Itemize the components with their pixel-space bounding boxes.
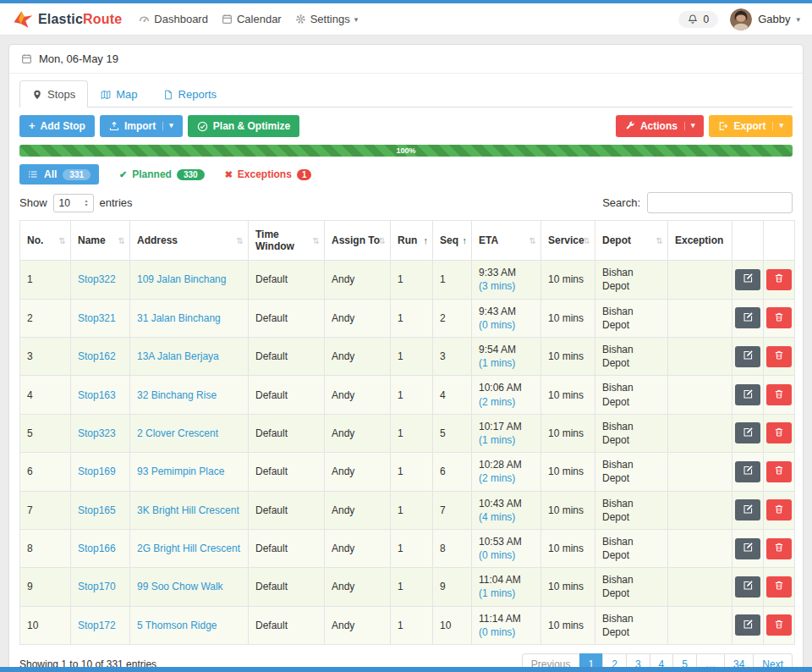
page-size-control: Show 10 ▴▾ entries [19,194,133,212]
pin-icon [32,90,42,100]
sort-both-icon: ⇅ [313,236,320,245]
edit-stop-button[interactable] [735,614,760,636]
stop-name-link[interactable]: Stop323 [78,427,116,439]
cell-name: Stop321 [71,299,130,337]
user-menu[interactable]: Gabby ▾ [730,8,800,30]
delete-stop-button[interactable] [766,346,792,367]
delete-stop-button[interactable] [766,538,792,559]
sort-both-icon: ⇅ [529,236,536,245]
stop-name-link[interactable]: Stop166 [78,543,116,554]
stop-name-link[interactable]: Stop163 [78,389,116,401]
stop-address-link[interactable]: 3K Bright Hill Crescent [137,504,239,516]
col-header-address[interactable]: Address⇅ [130,221,249,261]
filter-planned-button[interactable]: ✔ Planned 330 [119,168,205,180]
stop-name-link[interactable]: Stop165 [78,504,116,516]
edit-stop-button[interactable] [735,538,760,559]
cell-depot: Bishan Depot [595,568,668,606]
cell-exception [668,453,732,491]
page-size-select[interactable]: 10 ▴▾ [53,194,94,212]
actions-button[interactable]: Actions ▾ [616,115,705,137]
stop-name-link[interactable]: Stop162 [78,350,116,362]
delete-stop-button[interactable] [766,422,792,443]
delete-stop-button[interactable] [766,499,792,521]
nav-calendar[interactable]: Calendar [222,13,282,25]
stop-address-link[interactable]: 5 Thomson Ridge [137,620,217,631]
cell-depot: Bishan Depot [595,338,668,376]
col-header-no[interactable]: No.⇅ [20,221,71,261]
cell-address: 13A Jalan Berjaya [130,338,249,376]
add-stop-button[interactable]: + Add Stop [19,115,95,137]
cell-exception [668,261,732,299]
stepper-arrows-icon: ▴▾ [85,199,88,207]
stop-name-link[interactable]: Stop172 [78,620,116,631]
edit-stop-button[interactable] [735,499,760,521]
export-button[interactable]: Export ▾ [709,115,793,137]
edit-stop-button[interactable] [735,307,760,328]
col-header-seq[interactable]: Seq↑ [433,221,472,261]
cell-address: 3K Bright Hill Crescent [130,491,249,529]
col-header-assign-to[interactable]: Assign To⇅ [325,221,391,261]
delete-stop-button[interactable] [766,614,792,636]
delete-stop-button[interactable] [766,384,792,405]
sort-both-icon: ⇅ [584,236,590,245]
edit-stop-button[interactable] [735,461,760,482]
tab-stops[interactable]: Stops [19,80,88,107]
sort-both-icon: ⇅ [237,236,244,245]
edit-stop-button[interactable] [735,422,760,443]
stop-name-link[interactable]: Stop169 [78,465,116,477]
col-header-run[interactable]: Run↑ [391,221,433,261]
import-button[interactable]: Import ▾ [100,115,183,137]
page-body: Mon, 06-May 19 StopsMapReports + Add Sto… [0,36,812,672]
delete-stop-button[interactable] [766,461,792,482]
col-header-service[interactable]: Service⇅ [541,221,595,261]
tab-map[interactable]: Map [88,80,150,107]
col-header-label: Exception [675,234,723,246]
stop-address-link[interactable]: 2G Bright Hill Crescent [137,543,240,554]
nav-dashboard[interactable]: Dashboard [139,13,208,25]
cell-depot: Bishan Depot [595,453,668,491]
delete-stop-button[interactable] [766,269,792,290]
delete-stop-button[interactable] [766,576,792,598]
eta-delta: (3 mins) [479,280,515,292]
edit-stop-button[interactable] [735,576,760,598]
stop-address-link[interactable]: 2 Clover Crescent [137,427,218,439]
nav-settings[interactable]: Settings ▾ [295,13,359,25]
stop-address-link[interactable]: 13A Jalan Berjaya [137,350,219,362]
cell-address: 31 Jalan Binchang [130,299,249,337]
stop-address-link[interactable]: 99 Soo Chow Walk [137,581,223,592]
col-header-time-window[interactable]: Time Window⇅ [249,221,325,261]
cell-delete [764,606,795,644]
tab-reports[interactable]: Reports [151,80,230,107]
edit-stop-button[interactable] [735,384,760,405]
cell-time-window: Default [249,299,325,337]
check-icon: ✔ [119,169,127,180]
cell-exception [668,491,732,529]
date-header: Mon, 06-May 19 [9,45,803,74]
filter-exceptions-button[interactable]: ✖ Exceptions 1 [225,168,312,180]
stop-name-link[interactable]: Stop321 [78,312,116,324]
delete-stop-button[interactable] [766,307,792,328]
bell-icon [688,14,698,25]
col-header-depot[interactable]: Depot⇅ [595,221,668,261]
stop-address-link[interactable]: 31 Jalan Binchang [137,312,221,324]
col-header-name[interactable]: Name⇅ [71,221,130,261]
cell-depot: Bishan Depot [595,261,668,299]
navbar-left: ElasticRoute Dashboard Calendar Settings… [12,8,371,30]
cell-time-window: Default [249,414,325,452]
eta-delta: (0 mins) [479,626,515,638]
stop-address-link[interactable]: 109 Jalan Binchang [137,273,226,285]
col-header-eta[interactable]: ETA⇅ [472,221,541,261]
pencil-icon [743,619,754,632]
stop-name-link[interactable]: Stop322 [78,273,116,285]
stop-address-link[interactable]: 32 Binchang Rise [137,389,217,401]
stop-address-link[interactable]: 93 Pemimpin Place [137,465,224,477]
plan-optimize-button[interactable]: Plan & Optimize [188,115,299,137]
search-input[interactable] [647,192,793,213]
filter-all-button[interactable]: All 331 [19,164,99,185]
stop-name-link[interactable]: Stop170 [78,581,116,592]
edit-stop-button[interactable] [735,346,760,367]
brand-logo[interactable]: ElasticRoute [12,8,122,30]
trash-icon [774,580,784,593]
edit-stop-button[interactable] [735,269,760,290]
notifications-button[interactable]: 0 [678,11,718,28]
